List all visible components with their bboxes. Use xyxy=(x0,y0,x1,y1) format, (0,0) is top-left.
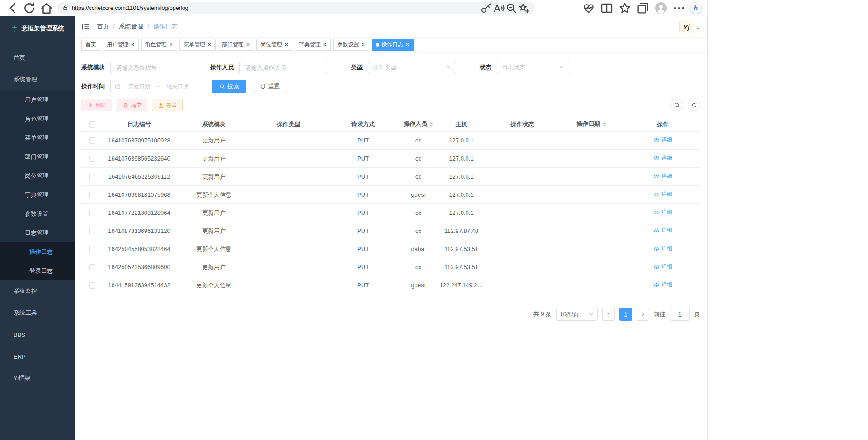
copilot-icon[interactable]: b xyxy=(690,2,702,14)
sidebar-menu-item[interactable]: 字典管理 xyxy=(0,185,75,204)
detail-link[interactable]: 详细 xyxy=(653,172,672,180)
sort-caret-icon[interactable] xyxy=(429,120,433,128)
sort-caret-icon[interactable] xyxy=(603,120,606,128)
tab-close-icon[interactable] xyxy=(361,43,365,47)
detail-link[interactable]: 详细 xyxy=(653,154,672,162)
export-button[interactable]: 导出 xyxy=(152,99,183,111)
tab[interactable]: 字典管理 xyxy=(295,39,331,51)
tab[interactable]: 菜单管理 xyxy=(179,39,216,51)
row-checkbox[interactable] xyxy=(89,192,95,198)
tab-close-icon[interactable] xyxy=(246,43,250,47)
sidebar-menu-item[interactable]: BBS xyxy=(0,324,75,345)
row-checkbox[interactable] xyxy=(89,156,95,162)
address-bar[interactable]: https://ccnetcore.com:1101/system/log/op… xyxy=(57,2,535,14)
tab-label: 首页 xyxy=(85,41,96,48)
delete-button[interactable]: 删除 xyxy=(81,99,112,111)
app-logo[interactable]: 意框架管理系统 xyxy=(0,16,75,41)
caret-down-icon[interactable] xyxy=(696,26,700,31)
detail-link[interactable]: 详细 xyxy=(653,281,672,289)
toggle-search-button[interactable] xyxy=(670,99,683,111)
tab-close-icon[interactable] xyxy=(323,43,327,47)
password-key-icon[interactable] xyxy=(480,3,492,14)
detail-link[interactable]: 详细 xyxy=(653,208,672,216)
profile-icon[interactable] xyxy=(655,2,667,14)
refresh-table-button[interactable] xyxy=(688,99,700,111)
sidebar-menu-item[interactable]: 系统监控 xyxy=(0,280,75,302)
row-checkbox[interactable] xyxy=(89,228,95,234)
tab[interactable]: 用户管理 xyxy=(103,39,139,51)
detail-link[interactable]: 详细 xyxy=(653,263,672,270)
detail-link[interactable]: 详细 xyxy=(653,136,672,144)
favorites-icon[interactable] xyxy=(618,2,631,14)
operator-input[interactable] xyxy=(239,61,327,74)
page-number-current[interactable]: 1 xyxy=(619,308,632,321)
status-select[interactable]: 日志状态 xyxy=(497,61,569,74)
reset-button[interactable]: 重置 xyxy=(253,80,287,93)
sidebar-menu-item[interactable]: 日志管理 xyxy=(0,223,75,242)
sidebar-menu-item[interactable]: ERP xyxy=(0,345,75,367)
collections-icon[interactable] xyxy=(637,2,649,14)
row-checkbox[interactable] xyxy=(89,137,95,144)
breadcrumb-item[interactable]: 操作日志 xyxy=(153,23,178,31)
search-button[interactable]: 搜索 xyxy=(212,80,246,93)
read-aloud-icon[interactable] xyxy=(493,3,505,14)
detail-link[interactable]: 详细 xyxy=(653,245,672,252)
table-header-cell: 操作人员 xyxy=(401,117,435,132)
sidebar-menu-item[interactable]: 登录日志 xyxy=(0,261,75,280)
tab[interactable]: 参数设置 xyxy=(333,39,369,51)
module-input[interactable] xyxy=(110,61,198,74)
pagination: 共 9 条 10条/页 1 前往 页 xyxy=(81,308,700,321)
tab[interactable]: 首页 xyxy=(81,39,100,51)
browser-essentials-icon[interactable] xyxy=(582,2,595,14)
sidebar-menu-item[interactable]: 部门管理 xyxy=(0,147,75,166)
prev-page-button[interactable] xyxy=(602,308,615,321)
sidebar-toggle-icon[interactable] xyxy=(81,23,90,31)
clear-button[interactable]: 清空 xyxy=(117,99,147,111)
row-checkbox[interactable] xyxy=(89,264,95,270)
goto-page-input[interactable] xyxy=(670,308,690,321)
cell-operation-type xyxy=(252,132,325,150)
split-screen-icon[interactable] xyxy=(600,2,613,14)
sidebar-menu-item[interactable]: 菜单管理 xyxy=(0,128,75,147)
tab-close-icon[interactable] xyxy=(284,43,288,47)
sidebar-menu-item[interactable]: 参数设置 xyxy=(0,204,75,223)
next-page-button[interactable] xyxy=(637,308,649,321)
detail-link[interactable]: 详细 xyxy=(653,190,672,198)
sidebar-menu-item[interactable]: 岗位管理 xyxy=(0,166,75,185)
home-icon[interactable] xyxy=(40,2,53,14)
tab-close-icon[interactable] xyxy=(208,43,212,47)
date-range-picker[interactable]: 开始日期 - 结束日期 xyxy=(110,80,198,93)
sidebar-menu-item[interactable]: 系统工具 xyxy=(0,302,75,324)
reload-icon[interactable] xyxy=(23,2,36,14)
tab[interactable]: 部门管理 xyxy=(218,39,254,51)
row-checkbox[interactable] xyxy=(89,174,95,180)
tab-close-icon[interactable] xyxy=(169,43,173,47)
more-icon[interactable] xyxy=(673,2,685,14)
sidebar-menu-item[interactable]: 系统管理 xyxy=(0,69,75,90)
tab[interactable]: 岗位管理 xyxy=(256,39,292,51)
select-all-checkbox[interactable] xyxy=(89,121,95,128)
sidebar-menu-item[interactable]: 角色管理 xyxy=(0,109,75,128)
tab[interactable]: 角色管理 xyxy=(141,39,177,51)
user-avatar[interactable]: Yj xyxy=(679,20,693,33)
breadcrumb-item[interactable]: 系统管理 xyxy=(119,23,153,31)
address-bar-icons xyxy=(480,3,530,14)
sidebar-menu-item[interactable]: 首页 xyxy=(0,47,75,69)
back-icon[interactable] xyxy=(5,2,19,14)
sidebar-menu-item[interactable]: 操作日志 xyxy=(0,242,75,261)
tab[interactable]: 操作日志 xyxy=(372,39,414,51)
favorite-add-icon[interactable] xyxy=(518,3,530,14)
zoom-icon[interactable] xyxy=(505,3,517,14)
tab-close-icon[interactable] xyxy=(406,43,410,47)
sidebar-menu-item[interactable]: Yi框架 xyxy=(0,367,75,389)
row-checkbox[interactable] xyxy=(89,282,95,289)
detail-link[interactable]: 详细 xyxy=(653,227,672,234)
type-select[interactable]: 操作类型 xyxy=(368,61,456,74)
row-checkbox[interactable] xyxy=(89,210,95,216)
row-checkbox[interactable] xyxy=(89,246,95,252)
breadcrumb-item[interactable]: 首页 xyxy=(97,23,119,31)
eye-icon xyxy=(653,282,660,288)
tab-close-icon[interactable] xyxy=(131,43,135,47)
sidebar-menu-item[interactable]: 用户管理 xyxy=(0,90,75,109)
page-size-select[interactable]: 10条/页 xyxy=(556,308,598,321)
